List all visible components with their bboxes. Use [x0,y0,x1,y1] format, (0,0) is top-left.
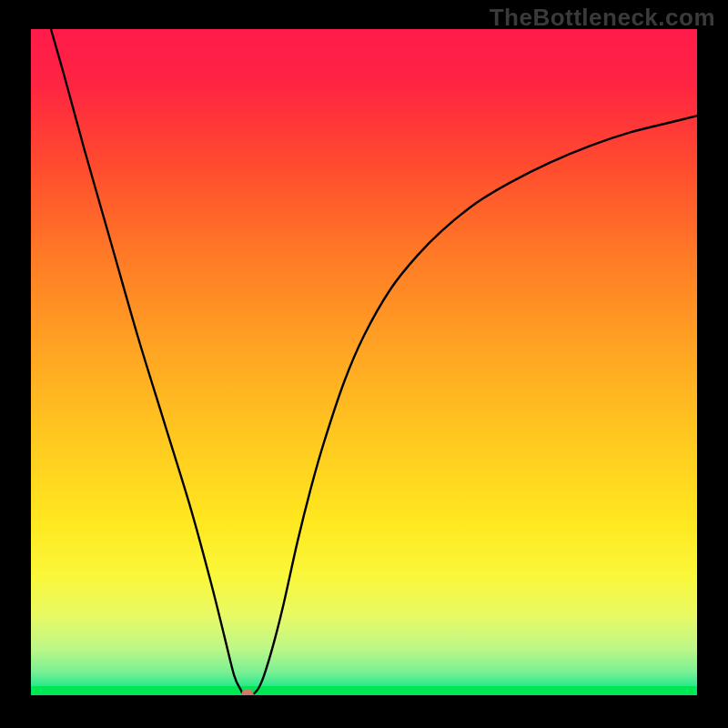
plot-area [31,29,697,695]
watermark-text: TheBottleneck.com [490,4,715,32]
chart-frame: TheBottleneck.com [0,0,728,728]
plot-svg [31,29,697,695]
green-baseline [31,686,697,695]
gradient-background [31,29,697,695]
